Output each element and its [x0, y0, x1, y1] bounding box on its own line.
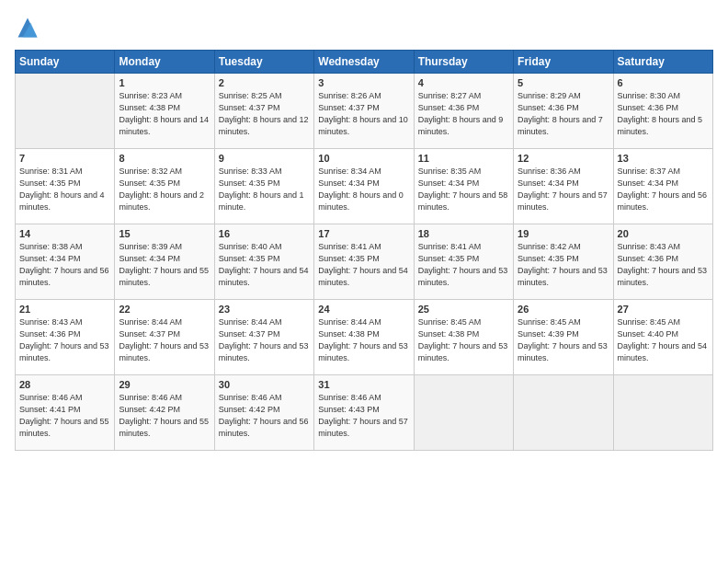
calendar-cell — [16, 74, 115, 149]
day-number: 12 — [518, 153, 609, 164]
calendar-cell: 23Sunrise: 8:44 AMSunset: 4:37 PMDayligh… — [214, 300, 313, 375]
calendar-cell: 27Sunrise: 8:45 AMSunset: 4:40 PMDayligh… — [613, 300, 712, 375]
day-info: Sunrise: 8:26 AMSunset: 4:37 PMDaylight:… — [318, 90, 409, 138]
day-info: Sunrise: 8:34 AMSunset: 4:34 PMDaylight:… — [318, 166, 409, 213]
day-header-sunday: Sunday — [16, 51, 115, 74]
day-number: 20 — [618, 228, 709, 239]
day-number: 29 — [119, 379, 210, 390]
day-number: 7 — [19, 153, 110, 164]
calendar-cell: 9Sunrise: 8:33 AMSunset: 4:35 PMDaylight… — [214, 149, 313, 224]
day-info: Sunrise: 8:44 AMSunset: 4:37 PMDaylight:… — [219, 316, 310, 364]
day-header-tuesday: Tuesday — [214, 51, 313, 74]
day-info: Sunrise: 8:46 AMSunset: 4:41 PMDaylight:… — [19, 392, 110, 440]
day-info: Sunrise: 8:45 AMSunset: 4:39 PMDaylight:… — [518, 316, 609, 364]
header-row: SundayMondayTuesdayWednesdayThursdayFrid… — [16, 51, 713, 74]
day-info: Sunrise: 8:43 AMSunset: 4:36 PMDaylight:… — [618, 241, 709, 289]
day-info: Sunrise: 8:41 AMSunset: 4:35 PMDaylight:… — [418, 241, 509, 289]
page-container: SundayMondayTuesdayWednesdayThursdayFrid… — [0, 0, 728, 563]
week-row-1: 1Sunrise: 8:23 AMSunset: 4:38 PMDaylight… — [16, 74, 713, 149]
week-row-4: 21Sunrise: 8:43 AMSunset: 4:36 PMDayligh… — [16, 300, 713, 375]
calendar-cell: 29Sunrise: 8:46 AMSunset: 4:42 PMDayligh… — [115, 375, 214, 451]
day-info: Sunrise: 8:31 AMSunset: 4:35 PMDaylight:… — [19, 166, 110, 213]
calendar-cell: 20Sunrise: 8:43 AMSunset: 4:36 PMDayligh… — [613, 224, 712, 300]
calendar-cell: 8Sunrise: 8:32 AMSunset: 4:35 PMDaylight… — [115, 149, 214, 224]
day-number: 6 — [618, 77, 709, 88]
day-number: 17 — [318, 228, 409, 239]
day-info: Sunrise: 8:40 AMSunset: 4:35 PMDaylight:… — [219, 241, 310, 289]
day-header-friday: Friday — [514, 51, 613, 74]
week-row-3: 14Sunrise: 8:38 AMSunset: 4:34 PMDayligh… — [16, 224, 713, 300]
day-number: 22 — [119, 304, 210, 315]
day-info: Sunrise: 8:29 AMSunset: 4:36 PMDaylight:… — [518, 90, 609, 138]
day-info: Sunrise: 8:30 AMSunset: 4:36 PMDaylight:… — [618, 90, 709, 138]
calendar-cell: 12Sunrise: 8:36 AMSunset: 4:34 PMDayligh… — [514, 149, 613, 224]
calendar-cell — [414, 375, 513, 451]
day-number: 19 — [518, 228, 609, 239]
day-info: Sunrise: 8:32 AMSunset: 4:35 PMDaylight:… — [119, 166, 210, 213]
day-number: 24 — [318, 304, 409, 315]
calendar-cell: 30Sunrise: 8:46 AMSunset: 4:42 PMDayligh… — [214, 375, 313, 451]
day-number: 1 — [119, 77, 210, 88]
day-info: Sunrise: 8:35 AMSunset: 4:34 PMDaylight:… — [418, 166, 509, 213]
day-info: Sunrise: 8:46 AMSunset: 4:43 PMDaylight:… — [318, 392, 409, 440]
day-number: 8 — [119, 153, 210, 164]
day-info: Sunrise: 8:23 AMSunset: 4:38 PMDaylight:… — [119, 90, 210, 138]
day-info: Sunrise: 8:25 AMSunset: 4:37 PMDaylight:… — [219, 90, 310, 138]
day-info: Sunrise: 8:44 AMSunset: 4:38 PMDaylight:… — [318, 316, 409, 364]
calendar-cell: 28Sunrise: 8:46 AMSunset: 4:41 PMDayligh… — [16, 375, 115, 451]
calendar-cell: 31Sunrise: 8:46 AMSunset: 4:43 PMDayligh… — [314, 375, 414, 451]
calendar-cell: 14Sunrise: 8:38 AMSunset: 4:34 PMDayligh… — [16, 224, 115, 300]
calendar-cell: 3Sunrise: 8:26 AMSunset: 4:37 PMDaylight… — [314, 74, 414, 149]
day-info: Sunrise: 8:27 AMSunset: 4:36 PMDaylight:… — [418, 90, 509, 138]
day-info: Sunrise: 8:45 AMSunset: 4:38 PMDaylight:… — [418, 316, 509, 364]
day-number: 23 — [219, 304, 310, 315]
calendar-cell: 13Sunrise: 8:37 AMSunset: 4:34 PMDayligh… — [613, 149, 712, 224]
calendar-cell — [514, 375, 613, 451]
day-info: Sunrise: 8:46 AMSunset: 4:42 PMDaylight:… — [219, 392, 310, 440]
day-info: Sunrise: 8:43 AMSunset: 4:36 PMDaylight:… — [19, 316, 110, 364]
calendar-cell: 24Sunrise: 8:44 AMSunset: 4:38 PMDayligh… — [314, 300, 414, 375]
calendar-cell: 21Sunrise: 8:43 AMSunset: 4:36 PMDayligh… — [16, 300, 115, 375]
day-number: 21 — [19, 304, 110, 315]
day-number: 14 — [19, 228, 110, 239]
day-number: 18 — [418, 228, 509, 239]
day-number: 9 — [219, 153, 310, 164]
day-info: Sunrise: 8:42 AMSunset: 4:35 PMDaylight:… — [518, 241, 609, 289]
day-header-thursday: Thursday — [414, 51, 513, 74]
day-info: Sunrise: 8:45 AMSunset: 4:40 PMDaylight:… — [618, 316, 709, 364]
day-number: 10 — [318, 153, 409, 164]
logo-icon — [15, 15, 40, 40]
day-number: 30 — [219, 379, 310, 390]
day-info: Sunrise: 8:33 AMSunset: 4:35 PMDaylight:… — [219, 166, 310, 213]
calendar-cell: 5Sunrise: 8:29 AMSunset: 4:36 PMDaylight… — [514, 74, 613, 149]
day-header-saturday: Saturday — [613, 51, 712, 74]
day-number: 13 — [618, 153, 709, 164]
calendar-cell: 18Sunrise: 8:41 AMSunset: 4:35 PMDayligh… — [414, 224, 513, 300]
day-number: 28 — [19, 379, 110, 390]
calendar-cell: 22Sunrise: 8:44 AMSunset: 4:37 PMDayligh… — [115, 300, 214, 375]
day-number: 26 — [518, 304, 609, 315]
day-info: Sunrise: 8:38 AMSunset: 4:34 PMDaylight:… — [19, 241, 110, 289]
day-header-wednesday: Wednesday — [314, 51, 414, 74]
day-number: 2 — [219, 77, 310, 88]
week-row-2: 7Sunrise: 8:31 AMSunset: 4:35 PMDaylight… — [16, 149, 713, 224]
calendar-cell: 4Sunrise: 8:27 AMSunset: 4:36 PMDaylight… — [414, 74, 513, 149]
day-info: Sunrise: 8:37 AMSunset: 4:34 PMDaylight:… — [618, 166, 709, 213]
calendar-cell: 25Sunrise: 8:45 AMSunset: 4:38 PMDayligh… — [414, 300, 513, 375]
day-number: 16 — [219, 228, 310, 239]
week-row-5: 28Sunrise: 8:46 AMSunset: 4:41 PMDayligh… — [16, 375, 713, 451]
day-number: 5 — [518, 77, 609, 88]
day-header-monday: Monday — [115, 51, 214, 74]
calendar-cell: 17Sunrise: 8:41 AMSunset: 4:35 PMDayligh… — [314, 224, 414, 300]
calendar-cell: 7Sunrise: 8:31 AMSunset: 4:35 PMDaylight… — [16, 149, 115, 224]
day-info: Sunrise: 8:46 AMSunset: 4:42 PMDaylight:… — [119, 392, 210, 440]
day-number: 3 — [318, 77, 409, 88]
logo — [15, 15, 44, 40]
calendar-cell: 2Sunrise: 8:25 AMSunset: 4:37 PMDaylight… — [214, 74, 313, 149]
day-number: 31 — [318, 379, 409, 390]
calendar-cell: 15Sunrise: 8:39 AMSunset: 4:34 PMDayligh… — [115, 224, 214, 300]
calendar-table: SundayMondayTuesdayWednesdayThursdayFrid… — [15, 50, 713, 451]
day-info: Sunrise: 8:39 AMSunset: 4:34 PMDaylight:… — [119, 241, 210, 289]
calendar-cell: 10Sunrise: 8:34 AMSunset: 4:34 PMDayligh… — [314, 149, 414, 224]
day-number: 25 — [418, 304, 509, 315]
